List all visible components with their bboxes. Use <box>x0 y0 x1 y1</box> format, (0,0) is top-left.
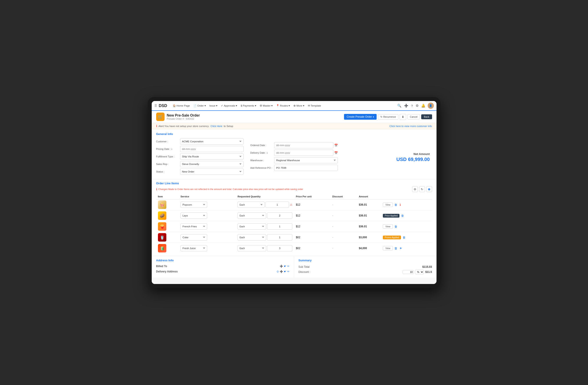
promo-applied-button[interactable]: Promo Applied <box>383 236 401 239</box>
delivery-location-icon[interactable]: ⊙ <box>277 270 279 273</box>
nav-template[interactable]: ✉ Template <box>306 103 323 108</box>
price-per-unit: $12 <box>294 221 331 232</box>
nav-more[interactable]: ⊕ More ▾ <box>292 103 306 108</box>
dollar-icon: $ <box>241 104 242 107</box>
billed-to-actions: ➕ ☛ ✏ <box>280 265 290 268</box>
settings-icon[interactable]: ⚙ <box>415 103 419 108</box>
sales-rep-select[interactable]: Steve Donnelly <box>180 161 244 167</box>
add-item-action-button[interactable]: ⊕ <box>426 186 432 192</box>
gear-icon: ⚙ <box>260 104 262 107</box>
nav-payments[interactable]: $ Payments ▾ <box>239 103 258 108</box>
discount-input-area: 10 % $ $11.5 <box>402 270 432 274</box>
create-presale-order-button[interactable]: Create Presale Order ▾ <box>344 114 377 120</box>
view-customer-info-link[interactable]: Click here to view more customer info <box>389 125 432 127</box>
nav-issue[interactable]: Issue ▾ <box>208 103 219 108</box>
settings-action-button[interactable]: ⚙ <box>412 186 418 192</box>
ordered-date-input[interactable] <box>274 142 333 148</box>
status-row: Status : New Order <box>156 169 244 175</box>
quantity-wrapper: Each <box>238 234 292 240</box>
search-icon[interactable]: 🔍 <box>397 103 402 108</box>
service-select[interactable]: Lays <box>181 212 207 219</box>
price-per-unit: $02 <box>294 243 331 254</box>
subtotal-value: $115.03 <box>422 265 432 269</box>
delivery-add-icon[interactable]: ➕ <box>280 270 283 273</box>
item-actions: Price Applied🗑 <box>383 214 430 218</box>
order-line-title: Order Line Items <box>156 182 179 185</box>
quantity-input[interactable] <box>266 202 289 208</box>
add-icon[interactable]: ➕ <box>404 103 409 108</box>
check-icon: ✓ <box>221 104 223 107</box>
drag-address-icon[interactable]: ☛ <box>284 265 286 268</box>
delivery-date-row: Delivery Date : ℹ 📅 <box>250 150 338 156</box>
recurrence-button[interactable]: ↻ Recurrence <box>378 114 398 120</box>
table-row: 🍿PopcornEach⚠$12-$36.01View🗑ℹ <box>156 199 432 210</box>
service-select[interactable]: French Fries <box>181 223 207 229</box>
quantity-input[interactable] <box>267 212 292 219</box>
delete-button[interactable]: 🗑 <box>394 203 398 207</box>
alert-bar: ℹ Alert:You have not setup your store cu… <box>152 123 437 129</box>
quantity-input[interactable] <box>267 245 292 251</box>
price-applied-button[interactable]: Price Applied <box>383 214 399 218</box>
table-row: 🥤CokeEach$02-$3,000Promo Applied🗑 <box>156 232 432 243</box>
delete-button[interactable]: 🗑 <box>394 225 398 229</box>
subtotal-row: Sub Total $115.03 <box>298 265 432 269</box>
unit-select[interactable]: Each <box>238 245 266 251</box>
back-button[interactable]: Back <box>421 114 432 119</box>
info-button[interactable]: ℹ <box>399 203 402 207</box>
warehouse-label: Warehouse : <box>250 159 272 162</box>
nav-master[interactable]: ⚙ Master ▾ <box>258 103 274 108</box>
cancel-button[interactable]: Cancel <box>407 114 420 119</box>
nav-routes[interactable]: 📍 Routes ▾ <box>274 103 292 108</box>
status-select[interactable]: New Order <box>180 169 244 175</box>
ordered-date-calendar-icon[interactable]: 📅 <box>334 144 338 147</box>
order-line-warning: ℹ Changes Made to Order Items are not re… <box>156 188 303 191</box>
customer-select[interactable]: ACME Corporation <box>180 138 244 145</box>
nav-order[interactable]: 📄 Order ▾ <box>192 103 207 108</box>
col-item: Item <box>156 194 179 199</box>
help-icon[interactable]: ? <box>411 103 413 108</box>
service-select[interactable]: Fresh Juice <box>181 245 207 251</box>
nav-approvals[interactable]: ✓ Approvals ▾ <box>219 103 239 108</box>
nav-home[interactable]: 🏠 Home Page <box>171 103 192 108</box>
fulfillment-select[interactable]: Ship Via Route <box>180 153 244 160</box>
delete-button[interactable]: 🗑 <box>402 235 406 240</box>
add-address-icon[interactable]: ➕ <box>280 265 283 268</box>
service-select[interactable]: Popcorn <box>181 202 207 208</box>
unit-select[interactable]: Each <box>238 202 265 208</box>
discount-value-input[interactable]: 10 <box>402 270 414 274</box>
delete-button[interactable]: 🗑 <box>400 214 405 218</box>
delivery-edit-icon[interactable]: ✏ <box>287 270 290 273</box>
discount-amount: $11.5 <box>425 271 432 273</box>
delivery-date-calendar-icon[interactable]: 📅 <box>334 151 338 155</box>
download-button[interactable]: ⬇ <box>400 114 406 120</box>
reference-po-input[interactable]: PO 7598 <box>274 165 338 171</box>
col-requested-qty: Requested Quantity <box>236 194 294 199</box>
view-button[interactable]: View <box>383 203 393 207</box>
unit-select[interactable]: Each <box>238 212 266 219</box>
delivery-drag-icon[interactable]: ☛ <box>284 270 286 273</box>
warehouse-select[interactable]: Regional Warehouse <box>274 157 338 163</box>
pricing-date-input[interactable] <box>180 146 244 152</box>
customer-row: Customer : ACME Corporation <box>156 138 244 145</box>
edit-address-icon[interactable]: ✏ <box>287 265 290 268</box>
alert-click-here-link[interactable]: Click Here <box>210 125 222 127</box>
item-amount: $3,000 <box>357 232 381 243</box>
delivery-date-input[interactable] <box>274 150 333 156</box>
quantity-input[interactable] <box>267 223 292 229</box>
price-per-unit: $12 <box>294 210 331 221</box>
discount-unit-select[interactable]: % $ <box>415 270 424 274</box>
view-button[interactable]: View <box>383 224 393 229</box>
view-button[interactable]: View <box>383 246 393 250</box>
unit-select[interactable]: Each <box>238 223 266 229</box>
grid-menu-icon[interactable]: ⠿ <box>154 104 157 108</box>
mail-icon: ✉ <box>308 104 310 107</box>
quantity-input[interactable] <box>267 234 292 240</box>
unit-select[interactable]: Each <box>238 234 266 240</box>
avatar[interactable]: 👤 <box>428 103 434 109</box>
notifications-icon[interactable]: 🔔 <box>421 103 426 108</box>
issue-chevron-icon: ▾ <box>216 104 217 107</box>
service-select[interactable]: Coke <box>181 234 207 240</box>
delete-button[interactable]: 🗑 <box>394 246 398 250</box>
add-row-button[interactable]: + <box>399 246 402 251</box>
refresh-action-button[interactable]: ↻ <box>419 186 425 192</box>
